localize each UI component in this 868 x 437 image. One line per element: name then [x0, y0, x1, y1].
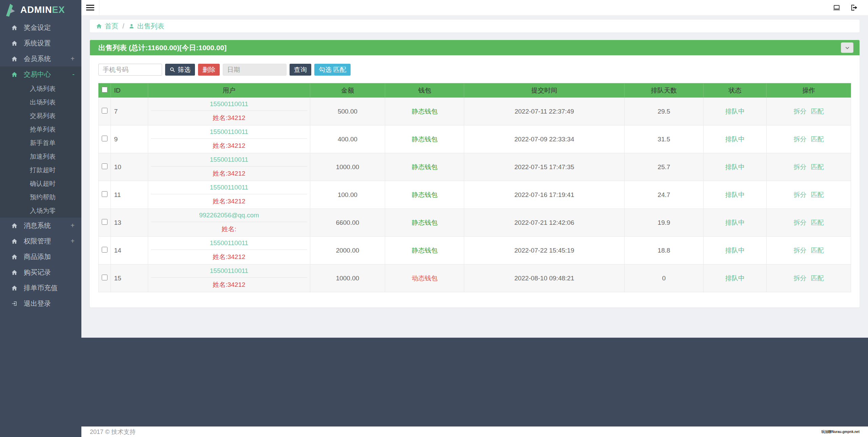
user-link[interactable]: 15500110011 [210, 184, 248, 191]
user-link[interactable]: 15500110011 [210, 267, 248, 274]
user-real-name: 姓名:34212 [151, 197, 307, 206]
phone-number-input[interactable] [98, 64, 162, 76]
cell-amount: 1000.00 [310, 264, 385, 292]
sidebar-item-label: 奖金设定 [24, 23, 51, 32]
row-checkbox[interactable] [102, 108, 107, 114]
sidebar-item-product-add[interactable]: 商品添加 [0, 249, 81, 264]
match-link[interactable]: 匹配 [811, 247, 824, 254]
match-link[interactable]: 匹配 [811, 219, 824, 226]
cell-queue-days: 19.9 [625, 209, 704, 237]
breadcrumb-current[interactable]: 出售列表 [129, 22, 164, 31]
panel-title: 出售列表 (总计:11600.00)[今日:1000.00] [98, 43, 226, 53]
query-button[interactable]: 查询 [290, 64, 311, 76]
match-link[interactable]: 匹配 [811, 108, 824, 115]
sidebar-subitem-accelerate-list[interactable]: 加速列表 [0, 150, 81, 163]
sidebar-subitem-exit-list[interactable]: 出场列表 [0, 96, 81, 109]
cell-queue-days: 18.8 [625, 237, 704, 264]
table-row: 13 992262056@qq.com 姓名: 6600.00 静态钱包 202… [99, 209, 851, 237]
cell-actions: 拆分 匹配 [767, 181, 851, 209]
split-link[interactable]: 拆分 [794, 163, 807, 171]
table-row: 9 15500110011 姓名:34212 400.00 静态钱包 2022-… [99, 125, 851, 153]
row-checkbox[interactable] [102, 191, 107, 197]
date-input[interactable] [223, 64, 287, 76]
delete-button[interactable]: 删除 [198, 64, 220, 76]
match-link[interactable]: 匹配 [811, 163, 824, 171]
sidebar-item-label: 购买记录 [24, 268, 51, 277]
cell-id: 11 [111, 181, 148, 209]
filter-button[interactable]: 筛选 [165, 64, 195, 76]
home-icon [11, 285, 18, 291]
user-link[interactable]: 992262056@qq.com [199, 212, 259, 219]
cell-actions: 拆分 匹配 [767, 209, 851, 237]
panel-collapse-button[interactable] [841, 42, 853, 53]
sidebar-subitem-payment-timeout[interactable]: 打款超时 [0, 163, 81, 177]
sidebar-subitem-trade-list[interactable]: 交易列表 [0, 109, 81, 123]
split-link[interactable]: 拆分 [794, 191, 807, 198]
sidebar-item-message-system[interactable]: 消息系统 + [0, 218, 81, 233]
row-checkbox[interactable] [102, 275, 107, 280]
match-link[interactable]: 匹配 [811, 275, 824, 282]
check-match-button[interactable]: 勾选 匹配 [314, 64, 351, 76]
hamburger-icon [86, 7, 94, 8]
wallet-type: 静态钱包 [412, 108, 437, 115]
sidebar-subitem-label: 新手首单 [30, 139, 56, 147]
filter-toolbar: 筛选 删除 查询 勾选 匹配 [98, 64, 851, 76]
sidebar-toggle-button[interactable] [81, 0, 99, 15]
table-row: 11 15500110011 姓名:34212 100.00 静态钱包 2022… [99, 181, 851, 209]
sidebar-subitem-entry-zero[interactable]: 入场为零 [0, 204, 81, 218]
select-all-checkbox[interactable] [102, 87, 107, 93]
sidebar-subitem-reserve-help[interactable]: 预约帮助 [0, 191, 81, 204]
wallet-type: 静态钱包 [412, 163, 437, 171]
header-status: 状态 [704, 83, 767, 98]
cell-submit-time: 2022-07-11 22:37:49 [464, 98, 625, 125]
sell-list-table-wrap: ID 用户 金额 钱包 提交时间 排队天数 状态 操作 [98, 83, 851, 292]
sidebar-subitem-label: 预约帮助 [30, 193, 56, 202]
user-real-name: 姓名: [151, 225, 307, 234]
sidebar-subitem-grab-list[interactable]: 抢单列表 [0, 123, 81, 136]
wallet-type: 静态钱包 [412, 219, 437, 226]
breadcrumb-home-link[interactable]: 首页 [96, 22, 118, 31]
sidebar-item-queue-coin-recharge[interactable]: 排单币充值 [0, 280, 81, 296]
split-link[interactable]: 拆分 [794, 275, 807, 282]
sidebar-item-label: 权限管理 [24, 237, 51, 246]
user-real-name: 姓名:34212 [151, 253, 307, 261]
user-link[interactable]: 15500110011 [210, 239, 248, 246]
cell-submit-time: 2022-07-22 15:45:19 [464, 237, 625, 264]
split-link[interactable]: 拆分 [794, 219, 807, 226]
sidebar-subitem-newbie-first-order[interactable]: 新手首单 [0, 136, 81, 150]
cell-user: 15500110011 姓名:34212 [148, 125, 310, 153]
sidebar-item-member-system[interactable]: 会员系统 + [0, 51, 81, 66]
user-link[interactable]: 15500110011 [210, 156, 248, 163]
split-link[interactable]: 拆分 [794, 136, 807, 143]
split-link[interactable]: 拆分 [794, 247, 807, 254]
sidebar-item-trade-center[interactable]: 交易中心 - [0, 66, 81, 82]
user-link[interactable]: 15500110011 [210, 128, 248, 135]
user-real-name: 姓名:34212 [151, 169, 307, 178]
logout-icon[interactable] [850, 4, 858, 12]
chevron-down-icon [845, 45, 850, 51]
cell-actions: 拆分 匹配 [767, 125, 851, 153]
footer-copyright: 2017 © 技术支持 [90, 428, 136, 436]
filter-button-label: 筛选 [178, 65, 191, 74]
match-link[interactable]: 匹配 [811, 136, 824, 143]
sidebar-item-purchase-records[interactable]: 购买记录 [0, 264, 81, 280]
split-link[interactable]: 拆分 [794, 108, 807, 115]
wallet-type: 静态钱包 [412, 191, 437, 198]
sidebar-subitem-entry-list[interactable]: 入场列表 [0, 82, 81, 96]
row-checkbox[interactable] [102, 219, 107, 225]
cell-queue-days: 31.5 [625, 125, 704, 153]
row-checkbox[interactable] [102, 136, 107, 141]
sidebar-item-system-settings[interactable]: 系统设置 [0, 35, 81, 51]
user-link[interactable]: 15500110011 [210, 100, 248, 107]
fullscreen-laptop-icon[interactable] [833, 4, 841, 12]
row-checkbox[interactable] [102, 163, 107, 169]
user-real-name: 姓名:34212 [151, 141, 307, 150]
sidebar-subitem-confirm-timeout[interactable]: 确认超时 [0, 177, 81, 191]
sidebar-item-permission-management[interactable]: 权限管理 + [0, 233, 81, 249]
user-real-name: 姓名:34212 [151, 280, 307, 289]
sidebar-item-logout[interactable]: 退出登录 [0, 296, 81, 311]
match-link[interactable]: 匹配 [811, 191, 824, 198]
sidebar-item-bonus-settings[interactable]: 奖金设定 [0, 20, 81, 35]
delete-button-label: 删除 [202, 65, 215, 74]
row-checkbox[interactable] [102, 247, 107, 253]
